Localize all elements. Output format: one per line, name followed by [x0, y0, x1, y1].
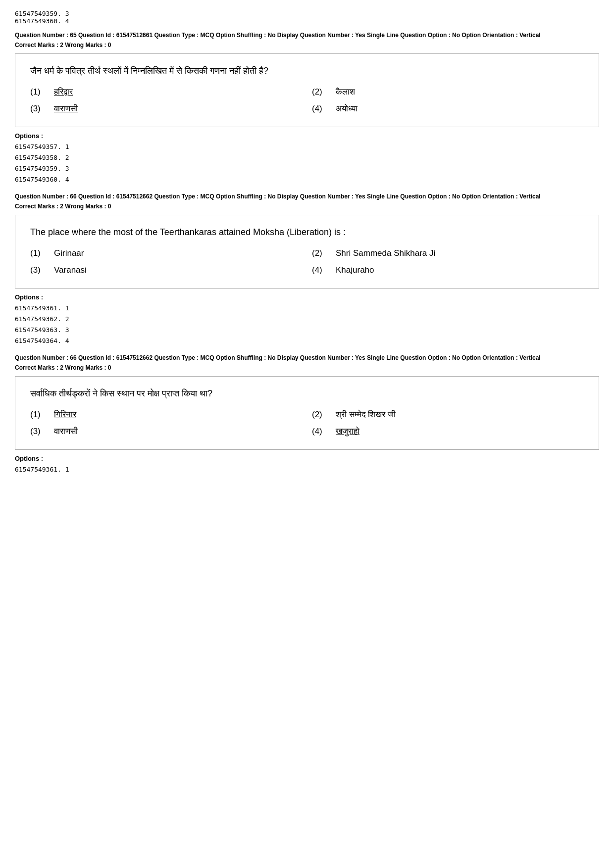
q65-option-4: (4) अयोध्या — [312, 104, 584, 114]
q66b-ol-1: 61547549361. 1 — [15, 464, 599, 475]
q65-marks: Correct Marks : 2 Wrong Marks : 0 — [15, 42, 599, 48]
q65-question-hindi: जैन धर्म के पवित्र तीर्थ स्थलों में निम्… — [30, 64, 584, 78]
q66b-options-grid: (1) गिरिनार (2) श्री सम्मेद शिखर जी (3) … — [30, 410, 584, 436]
q66b-opt3-text: वाराणसी — [54, 427, 78, 436]
q66a-opt2-num: (2) — [312, 248, 327, 258]
q66b-options-label: Options : — [15, 455, 599, 462]
q66a-options-list: 61547549361. 1 61547549362. 2 6154754936… — [15, 303, 599, 346]
q66b-opt1-num: (1) — [30, 410, 45, 420]
question-65-meta: Question Number : 65 Question Id : 61547… — [15, 31, 599, 48]
question-65-box: जैन धर्म के पवित्र तीर्थ स्थलों में निम्… — [15, 53, 599, 127]
q66a-marks: Correct Marks : 2 Wrong Marks : 0 — [15, 203, 599, 210]
q66a-question-english: The place where the most of the Teerthan… — [30, 225, 584, 240]
q66a-opt3-num: (3) — [30, 265, 45, 275]
q65-option-3: (3) वाराणसी — [30, 104, 302, 114]
q66b-opt3-num: (3) — [30, 427, 45, 436]
q65-ol-3: 61547549359. 3 — [15, 163, 599, 174]
q66b-opt2-text: श्री सम्मेद शिखर जी — [336, 410, 396, 420]
q66a-option-4: (4) Khajuraho — [312, 265, 584, 275]
q65-opt3-text: वाराणसी — [54, 104, 78, 114]
q66a-meta-text: Question Number : 66 Question Id : 61547… — [15, 192, 599, 201]
q66a-opt2-text: Shri Sammeda Shikhara Ji — [336, 248, 435, 258]
q65-ol-2: 61547549358. 2 — [15, 152, 599, 163]
q65-opt2-num: (2) — [312, 87, 327, 97]
q66b-marks: Correct Marks : 2 Wrong Marks : 0 — [15, 364, 599, 371]
q66a-opt1-text: Girinaar — [54, 248, 84, 258]
q65-ol-1: 61547549357. 1 — [15, 142, 599, 152]
q66b-opt1-text: गिरिनार — [54, 410, 76, 420]
q66b-question-hindi: सर्वाधिक तीर्थङ्करों ने किस स्थान पर मोक… — [30, 386, 584, 401]
q66b-option-3: (3) वाराणसी — [30, 427, 302, 436]
top-option-1: 61547549359. 3 — [15, 10, 599, 17]
q65-opt4-num: (4) — [312, 104, 327, 114]
q65-option-2: (2) कैलाश — [312, 87, 584, 97]
q65-options-list: 61547549357. 1 61547549358. 2 6154754935… — [15, 142, 599, 185]
q66a-ol-4: 61547549364. 4 — [15, 336, 599, 346]
q65-opt4-text: अयोध्या — [336, 104, 358, 114]
q65-meta-text: Question Number : 65 Question Id : 61547… — [15, 31, 599, 40]
q65-option-1: (1) हरिद्वार — [30, 87, 302, 97]
question-66a-box: The place where the most of the Teerthan… — [15, 215, 599, 289]
q66a-options-label: Options : — [15, 293, 599, 301]
q65-ol-4: 61547549360. 4 — [15, 174, 599, 185]
q66b-opt4-text: खजुराहो — [336, 427, 359, 436]
top-options-block: 61547549359. 3 61547549360. 4 — [15, 10, 599, 25]
q66a-opt4-text: Khajuraho — [336, 265, 374, 275]
q66a-option-1: (1) Girinaar — [30, 248, 302, 258]
q66a-options-grid: (1) Girinaar (2) Shri Sammeda Shikhara J… — [30, 248, 584, 275]
q66a-option-2: (2) Shri Sammeda Shikhara Ji — [312, 248, 584, 258]
q65-opt1-num: (1) — [30, 87, 45, 97]
top-option-2: 61547549360. 4 — [15, 17, 599, 25]
q65-opt1-text: हरिद्वार — [54, 87, 73, 97]
q66b-option-4: (4) खजुराहो — [312, 427, 584, 436]
question-66a-meta: Question Number : 66 Question Id : 61547… — [15, 192, 599, 210]
q66a-ol-3: 61547549363. 3 — [15, 325, 599, 336]
q66b-opt4-num: (4) — [312, 427, 327, 436]
q65-opt3-num: (3) — [30, 104, 45, 114]
q66b-meta-text: Question Number : 66 Question Id : 61547… — [15, 353, 599, 362]
q66b-option-2: (2) श्री सम्मेद शिखर जी — [312, 410, 584, 420]
q65-options-label: Options : — [15, 132, 599, 140]
q66b-opt2-num: (2) — [312, 410, 327, 420]
q65-options-grid: (1) हरिद्वार (2) कैलाश (3) वाराणसी (4) अ… — [30, 87, 584, 114]
q66a-opt3-text: Varanasi — [54, 265, 87, 275]
q66a-ol-1: 61547549361. 1 — [15, 303, 599, 314]
q66a-opt1-num: (1) — [30, 248, 45, 258]
q65-opt2-text: कैलाश — [336, 87, 355, 97]
q66a-ol-2: 61547549362. 2 — [15, 314, 599, 325]
q66b-options-list: 61547549361. 1 — [15, 464, 599, 475]
question-66b-box: सर्वाधिक तीर्थङ्करों ने किस स्थान पर मोक… — [15, 376, 599, 450]
q66a-option-3: (3) Varanasi — [30, 265, 302, 275]
q66a-opt4-num: (4) — [312, 265, 327, 275]
q66b-option-1: (1) गिरिनार — [30, 410, 302, 420]
question-66b-meta: Question Number : 66 Question Id : 61547… — [15, 353, 599, 371]
